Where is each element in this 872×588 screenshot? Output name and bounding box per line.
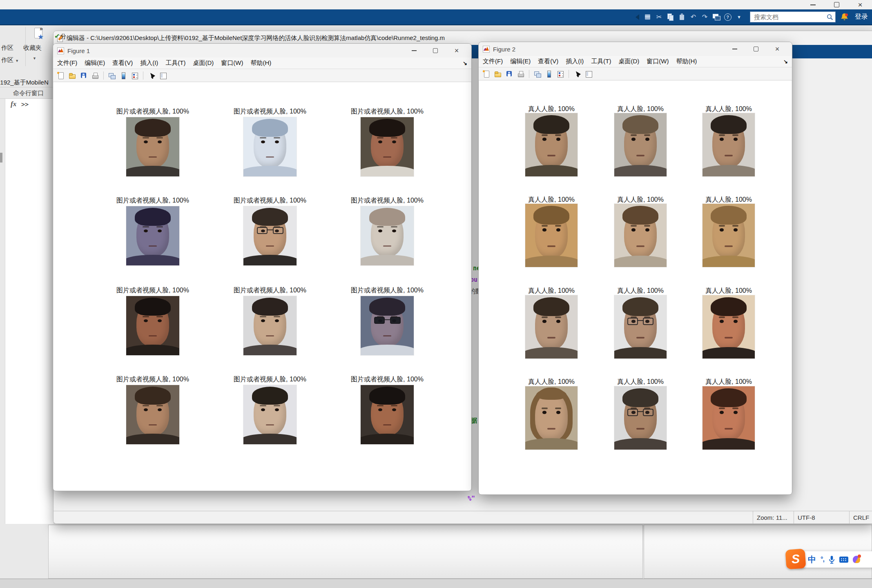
menu-item[interactable]: 文件(F) xyxy=(483,58,503,65)
cut-icon[interactable] xyxy=(654,12,664,22)
minimize-button[interactable] xyxy=(801,0,825,9)
maximize-button[interactable] xyxy=(825,0,848,9)
shoulders-shape xyxy=(126,166,179,176)
menu-item[interactable]: 帮助(H) xyxy=(250,59,271,67)
search-input[interactable] xyxy=(753,13,827,21)
pointer-button[interactable] xyxy=(146,70,157,81)
quick-access-toolbar xyxy=(642,12,744,22)
maximize-icon xyxy=(834,2,839,7)
punctuation-button[interactable]: °, xyxy=(821,556,824,563)
analyze-code-button[interactable]: ✔分 xyxy=(54,32,66,40)
open-file-button[interactable] xyxy=(67,70,78,81)
new-figure-button[interactable] xyxy=(56,70,66,81)
menu-item[interactable]: 编辑(E) xyxy=(85,59,105,67)
save-icon[interactable] xyxy=(642,12,653,22)
search-icon[interactable] xyxy=(827,14,833,20)
login-link[interactable]: 登录 xyxy=(855,13,868,21)
open-file-button[interactable] xyxy=(493,69,503,79)
figure2-titlebar[interactable]: Figure 2 × xyxy=(479,42,792,56)
window-layout-icon[interactable] xyxy=(711,12,721,22)
fringe-shape xyxy=(536,390,566,400)
breadcrumb[interactable]: 0192_基于MobileN xyxy=(0,79,49,87)
favorites-caret-icon[interactable]: ▼ xyxy=(33,56,36,60)
menu-item[interactable]: 桌面(D) xyxy=(618,58,639,65)
scrollbar-thumb[interactable] xyxy=(0,153,2,163)
favorites-button[interactable]: 收藏夹 xyxy=(23,44,42,52)
menu-item[interactable]: 窗口(W) xyxy=(647,58,669,65)
insert-legend-button[interactable] xyxy=(555,69,566,79)
command-window-area[interactable] xyxy=(5,99,54,524)
menu-item[interactable]: 插入(I) xyxy=(566,58,584,65)
save-figure-button[interactable] xyxy=(78,70,89,81)
keyboard-icon[interactable] xyxy=(839,557,848,563)
print-figure-button[interactable] xyxy=(515,69,526,79)
menu-item[interactable]: 桌面(D) xyxy=(193,59,214,67)
minimize-button[interactable] xyxy=(724,42,745,56)
menu-item[interactable]: 查看(V) xyxy=(538,58,558,65)
redo-icon[interactable] xyxy=(700,12,710,22)
menu-item[interactable]: 插入(I) xyxy=(140,59,158,67)
menu-item[interactable]: 编辑(E) xyxy=(510,58,531,65)
eye-shape xyxy=(645,138,649,141)
hair-shape xyxy=(135,119,171,137)
workspace-dropdown[interactable]: 作区 ▼ xyxy=(1,56,19,64)
figure1-titlebar[interactable]: Figure 1 × xyxy=(53,44,471,58)
face-label: 图片或者视频人脸, 100% xyxy=(96,286,210,295)
eye-shape xyxy=(734,228,738,232)
close-button[interactable]: × xyxy=(848,0,872,9)
save-figure-button[interactable] xyxy=(504,69,515,79)
property-inspector-button[interactable] xyxy=(158,70,168,81)
paste-icon[interactable] xyxy=(677,12,687,22)
menu-overflow-icon[interactable]: ↘ xyxy=(783,58,788,65)
help-icon[interactable] xyxy=(723,12,733,22)
face-image xyxy=(243,206,297,265)
copy-icon[interactable] xyxy=(665,12,676,22)
maximize-button[interactable] xyxy=(425,44,446,58)
matlab-figure-icon xyxy=(483,46,490,53)
face-image xyxy=(525,295,578,359)
notification-bell-button[interactable] xyxy=(841,13,848,21)
sogou-logo-icon[interactable]: S xyxy=(785,548,806,569)
chinese-mode-button[interactable]: 中 xyxy=(808,554,816,565)
link-plot-button[interactable] xyxy=(107,70,117,81)
pointer-button[interactable] xyxy=(572,69,582,79)
brow-shape xyxy=(644,134,650,136)
more-icon[interactable] xyxy=(734,12,744,22)
close-button[interactable]: × xyxy=(446,44,467,58)
menu-overflow-icon[interactable]: ↘ xyxy=(463,60,467,66)
print-figure-button[interactable] xyxy=(90,70,100,81)
brow-shape xyxy=(391,405,397,407)
menu-item[interactable]: 帮助(H) xyxy=(676,58,697,65)
menu-item[interactable]: 工具(T) xyxy=(591,58,611,65)
link-plot-button[interactable] xyxy=(532,69,543,79)
close-button[interactable]: × xyxy=(767,42,788,56)
main-titlebar[interactable]: × xyxy=(0,0,872,10)
hair-shape xyxy=(369,119,405,137)
undo-icon[interactable] xyxy=(688,12,698,22)
colorbar-button[interactable] xyxy=(544,69,554,79)
menu-item[interactable]: 查看(V) xyxy=(112,59,133,67)
property-inspector-icon xyxy=(159,72,167,79)
brow-shape xyxy=(542,408,548,409)
open-file-icon xyxy=(69,72,76,79)
shoulders-shape xyxy=(361,166,414,176)
figure1-toolbar xyxy=(53,69,471,82)
face-image xyxy=(243,296,297,355)
eye-shape xyxy=(645,228,649,232)
mouth-shape xyxy=(383,156,392,158)
colorbar-button[interactable] xyxy=(118,70,129,81)
new-figure-button[interactable] xyxy=(481,69,492,79)
menu-item[interactable]: 文件(F) xyxy=(57,59,77,67)
command-prompt[interactable]: >> xyxy=(21,101,29,108)
skin-icon[interactable] xyxy=(853,556,860,563)
microphone-icon[interactable] xyxy=(829,555,835,564)
face-label: 图片或者视频人脸, 100% xyxy=(213,107,327,116)
menu-item[interactable]: 窗口(W) xyxy=(221,59,243,67)
insert-legend-button[interactable] xyxy=(129,70,140,81)
menu-item[interactable]: 工具(T) xyxy=(165,59,185,67)
maximize-button[interactable] xyxy=(745,42,767,56)
collapse-chevron-icon[interactable] xyxy=(636,14,639,20)
minimize-button[interactable] xyxy=(404,44,425,58)
eye-shape xyxy=(378,229,382,232)
property-inspector-button[interactable] xyxy=(583,69,594,79)
